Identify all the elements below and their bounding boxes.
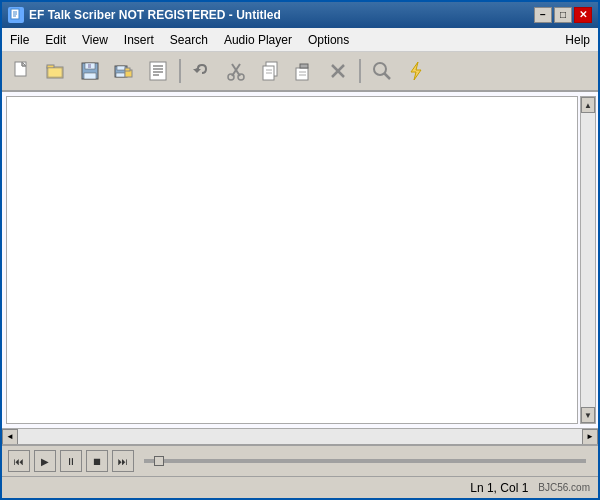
editor-container: ▲ ▼: [2, 92, 598, 428]
menu-view[interactable]: View: [74, 31, 116, 49]
menu-bar: File Edit View Insert Search Audio Playe…: [2, 28, 598, 52]
play-button[interactable]: ▶: [34, 450, 56, 472]
go-to-start-button[interactable]: ⏮: [8, 450, 30, 472]
save-button[interactable]: [74, 56, 106, 86]
new-button[interactable]: [6, 56, 38, 86]
scroll-down-button[interactable]: ▼: [581, 407, 595, 423]
menu-search[interactable]: Search: [162, 31, 216, 49]
main-window: EF Talk Scriber NOT REGISTERED - Untitle…: [0, 0, 600, 500]
title-bar: EF Talk Scriber NOT REGISTERED - Untitle…: [2, 2, 598, 28]
svg-marker-41: [411, 62, 421, 80]
search-toolbar-button[interactable]: [366, 56, 398, 86]
document-view-button[interactable]: [142, 56, 174, 86]
svg-rect-17: [116, 73, 125, 77]
app-icon: [8, 7, 24, 23]
window-title: EF Talk Scriber NOT REGISTERED - Untitle…: [29, 8, 281, 22]
svg-rect-20: [150, 62, 166, 80]
toolbar-separator-2: [359, 59, 361, 83]
svg-rect-9: [47, 65, 54, 68]
save-browse-button[interactable]: [108, 56, 140, 86]
scroll-right-button[interactable]: ►: [582, 429, 598, 445]
stop-button[interactable]: ⏹: [86, 450, 108, 472]
title-bar-left: EF Talk Scriber NOT REGISTERED - Untitle…: [8, 7, 281, 23]
toolbar-separator-1: [179, 59, 181, 83]
svg-rect-34: [300, 64, 308, 68]
vertical-scrollbar[interactable]: ▲ ▼: [580, 96, 596, 424]
audio-player-bar: ⏮ ▶ ⏸ ⏹ ⏭: [2, 444, 598, 476]
quick-action-button[interactable]: [400, 56, 432, 86]
delete-button[interactable]: [322, 56, 354, 86]
paste-button[interactable]: [288, 56, 320, 86]
scroll-left-button[interactable]: ◄: [2, 429, 18, 445]
cursor-position: Ln 1, Col 1: [470, 481, 528, 495]
close-button[interactable]: ✕: [574, 7, 592, 23]
go-to-end-button[interactable]: ⏭: [112, 450, 134, 472]
svg-point-28: [238, 74, 244, 80]
copy-button[interactable]: [254, 56, 286, 86]
svg-rect-33: [296, 68, 308, 80]
maximize-button[interactable]: □: [554, 7, 572, 23]
svg-rect-13: [84, 73, 96, 79]
menu-options[interactable]: Options: [300, 31, 357, 49]
menu-help[interactable]: Help: [557, 31, 598, 49]
undo-button[interactable]: [186, 56, 218, 86]
pause-button[interactable]: ⏸: [60, 450, 82, 472]
svg-rect-16: [117, 66, 125, 70]
audio-progress-track[interactable]: [144, 459, 586, 463]
status-bar: Ln 1, Col 1 BJC56.com: [2, 476, 598, 498]
open-button[interactable]: [40, 56, 72, 86]
audio-progress-thumb[interactable]: [154, 456, 164, 466]
menu-edit[interactable]: Edit: [37, 31, 74, 49]
toolbar: [2, 52, 598, 92]
menu-insert[interactable]: Insert: [116, 31, 162, 49]
scroll-up-button[interactable]: ▲: [581, 97, 595, 113]
menu-audio-player[interactable]: Audio Player: [216, 31, 300, 49]
scroll-track[interactable]: [581, 113, 595, 407]
cut-button[interactable]: [220, 56, 252, 86]
menu-file[interactable]: File: [2, 31, 37, 49]
svg-line-40: [384, 73, 390, 79]
minimize-button[interactable]: −: [534, 7, 552, 23]
svg-rect-14: [88, 64, 91, 68]
editor-textarea[interactable]: [6, 96, 578, 424]
window-controls: − □ ✕: [534, 7, 592, 23]
brand-label: BJC56.com: [538, 482, 590, 493]
horizontal-scrollbar: ◄ ►: [2, 428, 598, 444]
svg-rect-19: [125, 68, 130, 71]
svg-point-27: [228, 74, 234, 80]
svg-rect-10: [48, 68, 62, 77]
